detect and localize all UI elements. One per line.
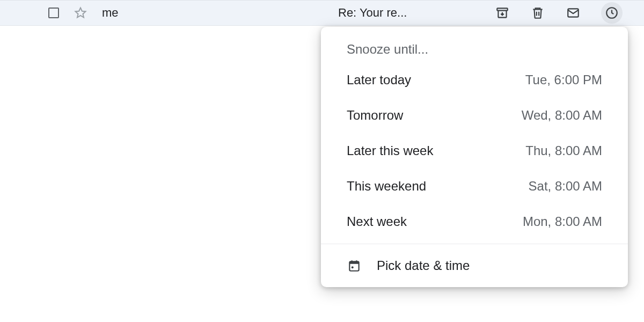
snooze-menu-title: Snooze until... [321,42,628,62]
snooze-option-label: Next week [347,214,407,229]
snooze-option-label: Tomorrow [347,108,403,123]
snooze-option-label: Later today [347,72,411,87]
email-subject: Re: Your re... [338,6,407,20]
mark-unread-icon[interactable] [566,5,581,20]
snooze-option-time: Thu, 8:00 AM [525,143,602,158]
snooze-option-later-this-week[interactable]: Later this week Thu, 8:00 AM [321,133,628,169]
sender-name: me [102,6,119,20]
snooze-option-next-week[interactable]: Next week Mon, 8:00 AM [321,204,628,239]
svg-rect-0 [497,8,508,10]
email-row[interactable]: me Re: Your re... [0,0,644,26]
snooze-pick-label: Pick date & time [377,258,470,273]
delete-icon[interactable] [530,5,545,20]
snooze-option-time: Sat, 8:00 AM [529,179,602,194]
calendar-icon [347,258,362,273]
star-icon[interactable] [74,6,87,19]
snooze-option-label: This weekend [347,179,426,194]
row-hover-actions [495,2,623,24]
snooze-option-time: Tue, 6:00 PM [525,72,602,87]
archive-icon[interactable] [495,5,510,20]
snooze-option-this-weekend[interactable]: This weekend Sat, 8:00 AM [321,169,628,204]
snooze-option-time: Wed, 8:00 AM [522,108,602,123]
snooze-icon[interactable] [601,2,623,24]
snooze-option-tomorrow[interactable]: Tomorrow Wed, 8:00 AM [321,98,628,133]
snooze-option-time: Mon, 8:00 AM [523,214,602,229]
svg-rect-6 [356,260,357,262]
snooze-menu: Snooze until... Later today Tue, 6:00 PM… [321,27,628,287]
svg-point-7 [352,266,354,268]
select-checkbox[interactable] [48,8,59,18]
svg-rect-5 [352,260,353,262]
svg-rect-4 [349,261,358,264]
snooze-pick-date-time[interactable]: Pick date & time [321,244,628,287]
snooze-option-label: Later this week [347,143,433,158]
snooze-option-later-today[interactable]: Later today Tue, 6:00 PM [321,62,628,98]
